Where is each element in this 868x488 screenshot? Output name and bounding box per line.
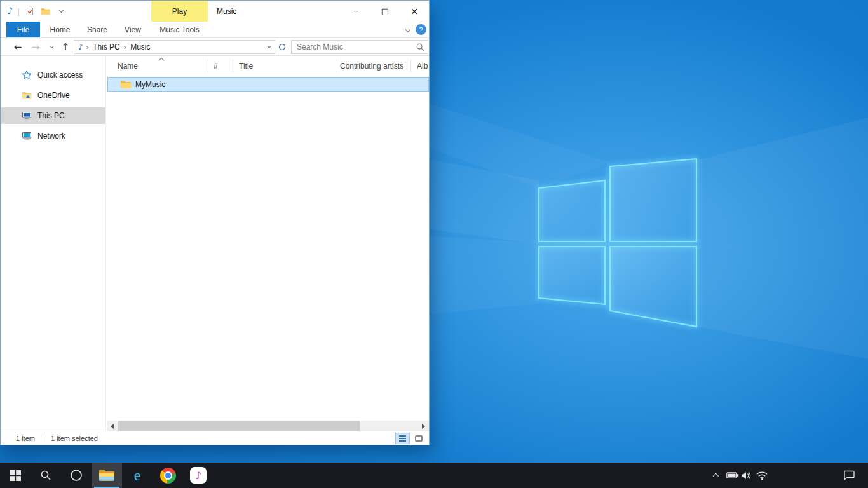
- selection-count: 1 item selected: [51, 435, 98, 442]
- address-music-icon: ♪: [78, 43, 83, 51]
- taskbar-file-explorer-button[interactable]: [92, 463, 122, 488]
- minimize-button[interactable]: ─: [341, 1, 370, 22]
- start-button[interactable]: [0, 463, 31, 488]
- cortana-button[interactable]: [61, 463, 92, 488]
- ribbon-tab-row: File Home Share View Music Tools ?: [1, 22, 429, 37]
- sidebar-item-quick-access[interactable]: Quick access: [1, 67, 105, 83]
- help-button[interactable]: ?: [416, 24, 426, 35]
- column-header-number[interactable]: #: [214, 57, 218, 74]
- action-center-button[interactable]: [841, 463, 857, 488]
- details-view-button[interactable]: [395, 433, 410, 444]
- sidebar-item-this-pc[interactable]: This PC: [1, 107, 105, 124]
- sidebar-item-label: Quick access: [37, 71, 83, 79]
- triangle-right-icon: [422, 424, 425, 429]
- column-header-name[interactable]: Name: [118, 57, 138, 74]
- breadcrumb-this-pc[interactable]: This PC: [89, 41, 124, 53]
- scroll-left-button[interactable]: [107, 421, 118, 431]
- sort-ascending-icon: [159, 58, 164, 63]
- chevron-down-icon: [49, 44, 53, 48]
- close-button[interactable]: ×: [400, 1, 429, 22]
- title-bar[interactable]: ♪ | Play Music ─ □ ×: [1, 1, 429, 22]
- refresh-button[interactable]: [276, 41, 288, 53]
- search-box: [291, 40, 428, 54]
- breadcrumb-music[interactable]: Music: [126, 41, 154, 53]
- column-separator[interactable]: [410, 59, 411, 72]
- music-app-icon: ♪: [190, 467, 207, 484]
- show-hidden-icons-button[interactable]: [710, 463, 721, 488]
- tab-music-tools[interactable]: Music Tools: [151, 22, 208, 37]
- scroll-right-button[interactable]: [418, 421, 429, 431]
- tab-share[interactable]: Share: [79, 22, 115, 37]
- tab-view[interactable]: View: [116, 22, 149, 37]
- item-count: 1 item: [16, 435, 35, 442]
- explorer-window: ♪ | Play Music ─ □ × File Home Share Vie…: [0, 0, 430, 445]
- star-icon: [22, 70, 32, 80]
- column-separator[interactable]: [208, 59, 208, 72]
- column-header-contributing-artists[interactable]: Contributing artists: [340, 57, 403, 74]
- sidebar-item-label: This PC: [37, 111, 65, 120]
- address-bar[interactable]: ♪ › This PC › Music: [74, 40, 275, 54]
- maximize-button[interactable]: □: [370, 1, 400, 22]
- qat-separator: |: [18, 7, 20, 16]
- column-separator[interactable]: [233, 59, 233, 72]
- windows-start-icon: [10, 470, 21, 481]
- taskbar-search-button[interactable]: [31, 463, 61, 488]
- sidebar-item-onedrive[interactable]: OneDrive: [1, 87, 105, 104]
- contextual-tab-play[interactable]: Play: [151, 1, 208, 22]
- navigation-pane: Quick access OneDrive This PC Network: [1, 56, 106, 431]
- sidebar-item-label: Network: [37, 132, 65, 140]
- this-pc-icon: [22, 111, 32, 121]
- file-row-mymusic[interactable]: MyMusic: [107, 77, 429, 92]
- taskbar: e ♪: [0, 463, 868, 488]
- internet-explorer-icon: e: [134, 468, 141, 483]
- triangle-left-icon: [111, 424, 114, 429]
- qat-customize-button[interactable]: [56, 4, 67, 18]
- tab-home[interactable]: Home: [43, 22, 78, 37]
- chevron-down-icon: [59, 8, 64, 12]
- tab-file[interactable]: File: [6, 22, 40, 37]
- recent-locations-button[interactable]: [46, 38, 57, 56]
- scrollbar-thumb[interactable]: [118, 421, 360, 431]
- music-app-button[interactable]: ♪: [183, 463, 214, 488]
- wifi-icon: [756, 471, 768, 480]
- qat-properties-button[interactable]: [24, 4, 36, 18]
- large-icons-view-button[interactable]: [411, 433, 426, 444]
- search-icon[interactable]: [416, 43, 425, 54]
- view-toggle-buttons: [395, 433, 426, 444]
- battery-tray-icon[interactable]: [726, 463, 740, 488]
- file-name: MyMusic: [135, 80, 165, 89]
- search-input[interactable]: [292, 41, 412, 53]
- search-icon: [40, 470, 51, 481]
- address-dropdown-button[interactable]: [263, 41, 275, 53]
- window-controls: ─ □ ×: [341, 1, 429, 22]
- column-header-album[interactable]: Alb: [417, 57, 428, 74]
- chevron-down-icon: [266, 44, 271, 48]
- refresh-icon: [278, 43, 287, 51]
- large-icons-view-icon: [415, 435, 423, 442]
- chevron-down-icon: [405, 27, 410, 32]
- network-tray-icon[interactable]: [755, 463, 769, 488]
- column-separator[interactable]: [336, 59, 336, 72]
- sidebar-item-network[interactable]: Network: [1, 128, 105, 144]
- new-folder-icon: [41, 8, 50, 15]
- onedrive-icon: [22, 90, 32, 100]
- sidebar-item-label: OneDrive: [37, 91, 70, 100]
- folder-icon: [120, 80, 132, 89]
- internet-explorer-button[interactable]: e: [122, 463, 153, 488]
- quick-access-toolbar: ♪ |: [7, 1, 67, 22]
- back-button[interactable]: ←: [10, 38, 26, 56]
- up-button[interactable]: ↑: [58, 38, 73, 56]
- window-title: Music: [217, 1, 236, 22]
- properties-icon: [25, 7, 34, 16]
- forward-button[interactable]: →: [27, 38, 44, 56]
- expand-ribbon-button[interactable]: [403, 26, 412, 35]
- volume-tray-icon[interactable]: [740, 463, 752, 488]
- speaker-icon: [741, 471, 752, 480]
- battery-icon: [726, 471, 739, 479]
- chrome-button[interactable]: [153, 463, 183, 488]
- column-header-title[interactable]: Title: [239, 57, 253, 74]
- file-explorer-icon: [98, 469, 115, 482]
- qat-new-folder-button[interactable]: [40, 4, 51, 18]
- horizontal-scrollbar[interactable]: [107, 421, 429, 431]
- cortana-icon: [70, 469, 83, 482]
